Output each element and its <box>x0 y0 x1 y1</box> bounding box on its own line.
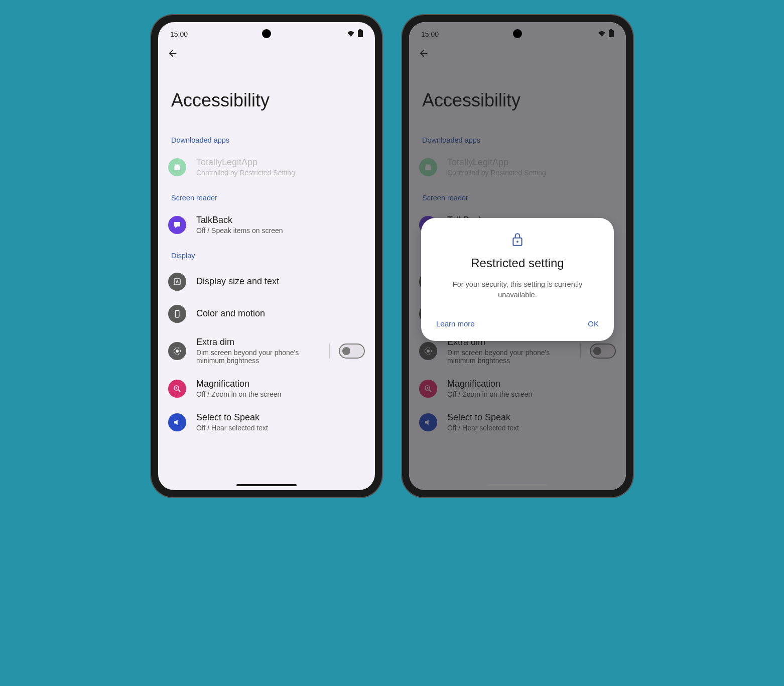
item-text: TalkBack Off / Speak items on screen <box>196 215 365 235</box>
item-text: TotallyLegitApp Controlled by Restricted… <box>196 157 365 177</box>
app-item-totallylegitapp[interactable]: TotallyLegitApp Controlled by Restricted… <box>158 150 375 184</box>
page-title: Accessibility <box>158 66 375 126</box>
item-text: Extra dim Dim screen beyond your phone's… <box>196 337 315 365</box>
dim-icon <box>168 342 186 360</box>
status-icons <box>347 29 363 39</box>
item-subtitle: Off / Speak items on screen <box>196 226 365 235</box>
item-title: TalkBack <box>196 215 365 225</box>
ok-button[interactable]: OK <box>585 315 602 332</box>
item-text: Display size and text <box>196 276 365 288</box>
screen-left: 15:00 Accessibility Downloaded apps Tota… <box>158 22 375 490</box>
item-title: Select to Speak <box>196 412 365 423</box>
color-motion-icon <box>168 305 186 323</box>
talkback-icon <box>168 216 186 234</box>
item-title: Magnification <box>196 379 365 389</box>
svg-point-21 <box>516 241 518 243</box>
item-text: Magnification Off / Zoom in on the scree… <box>196 379 365 398</box>
item-title: Extra dim <box>196 337 315 348</box>
item-talkback[interactable]: TalkBack Off / Speak items on screen <box>158 208 375 242</box>
item-extra-dim[interactable]: Extra dim Dim screen beyond your phone's… <box>158 330 375 372</box>
screen-right: 15:00 Accessibility Downloaded apps Tota… <box>409 22 626 490</box>
item-subtitle: Dim screen beyond your phone's minimum b… <box>196 349 315 365</box>
item-title: Display size and text <box>196 276 365 287</box>
phone-frame-right: 15:00 Accessibility Downloaded apps Tota… <box>402 15 633 497</box>
item-subtitle: Off / Hear selected text <box>196 424 365 432</box>
item-title: TotallyLegitApp <box>196 157 365 168</box>
item-text: Color and motion <box>196 308 365 320</box>
lock-icon <box>433 232 602 249</box>
item-color-motion[interactable]: Color and motion <box>158 298 375 330</box>
restricted-setting-dialog: Restricted setting For your security, th… <box>421 218 614 341</box>
dialog-actions: Learn more OK <box>433 315 602 332</box>
status-bar: 15:00 <box>158 22 375 43</box>
home-indicator[interactable] <box>236 484 297 486</box>
nav-bar <box>158 43 375 66</box>
battery-icon <box>358 29 363 39</box>
svg-line-7 <box>178 390 180 392</box>
item-text: Select to Speak Off / Hear selected text <box>196 412 365 432</box>
svg-rect-0 <box>358 30 363 37</box>
dialog-body: For your security, this setting is curre… <box>433 279 602 300</box>
toggle-divider <box>329 344 365 359</box>
svg-point-4 <box>176 350 179 353</box>
item-select-to-speak[interactable]: Select to Speak Off / Hear selected text <box>158 405 375 439</box>
item-subtitle: Off / Zoom in on the screen <box>196 390 365 398</box>
item-subtitle: Controlled by Restricted Setting <box>196 169 365 177</box>
item-display-size-text[interactable]: Display size and text <box>158 266 375 298</box>
android-icon <box>168 158 186 176</box>
item-title: Color and motion <box>196 308 365 319</box>
wifi-icon <box>347 30 355 38</box>
status-time: 15:00 <box>170 30 188 38</box>
section-screen-reader: Screen reader <box>158 184 375 208</box>
extra-dim-toggle[interactable] <box>339 344 365 359</box>
speak-icon <box>168 413 186 431</box>
svg-rect-1 <box>359 29 361 31</box>
learn-more-button[interactable]: Learn more <box>433 315 478 332</box>
back-arrow-icon[interactable] <box>167 52 178 60</box>
text-size-icon <box>168 273 186 291</box>
magnify-icon <box>168 380 186 398</box>
svg-rect-3 <box>175 310 179 317</box>
phone-frame-left: 15:00 Accessibility Downloaded apps Tota… <box>151 15 382 497</box>
item-magnification[interactable]: Magnification Off / Zoom in on the scree… <box>158 372 375 405</box>
section-downloaded-apps: Downloaded apps <box>158 126 375 150</box>
section-display: Display <box>158 242 375 266</box>
dialog-title: Restricted setting <box>433 256 602 270</box>
